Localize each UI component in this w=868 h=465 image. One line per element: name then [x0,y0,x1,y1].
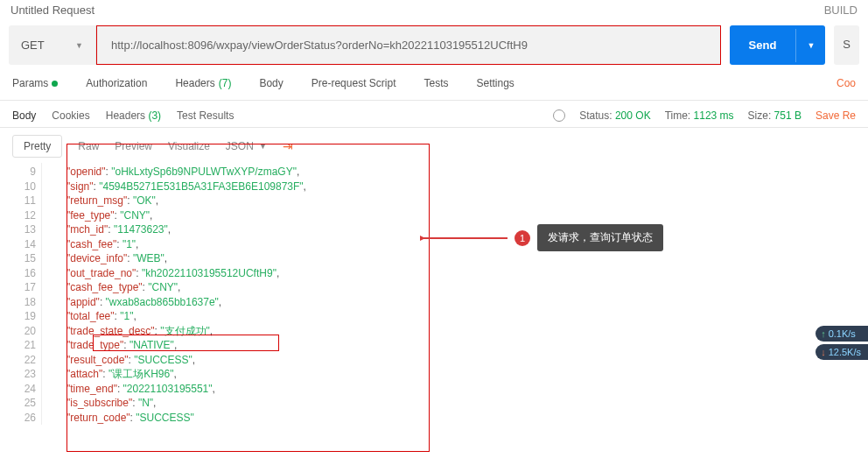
time-label: Time: 1123 ms [665,109,734,122]
request-title: Untitled Request [10,4,94,17]
download-speed: 12.5K/s [816,344,868,360]
send-button[interactable]: Send ▼ [730,25,826,65]
http-method-select[interactable]: GET ▼ [9,25,96,65]
response-body: 91011121314151617181920212223242526 "ope… [0,163,868,425]
url-input[interactable]: http://localhost:8096/wxpay/viewOrderSta… [96,25,721,65]
upload-speed: 0.1K/s [816,326,868,342]
dot-icon [52,81,58,87]
line-gutter: 91011121314151617181920212223242526 [5,163,42,425]
tab-tests[interactable]: Tests [424,77,448,93]
res-tab-cookies[interactable]: Cookies [52,109,89,122]
build-label: BUILD [824,4,858,17]
view-pretty[interactable]: Pretty [12,135,62,158]
res-tab-testresults[interactable]: Test Results [177,109,234,122]
tab-body[interactable]: Body [259,77,283,93]
perf-badges: 0.1K/s 12.5K/s [816,326,868,360]
method-label: GET [21,39,45,52]
status-label: Status: 200 OK [579,109,650,122]
annotation-callout: 1 发请求，查询订单状态 [420,224,663,251]
annotation-number: 1 [514,230,530,246]
tab-authorization[interactable]: Authorization [86,77,147,93]
tab-settings[interactable]: Settings [477,77,514,93]
save-button[interactable]: S [834,25,859,65]
url-bar: GET ▼ http://localhost:8096/wxpay/viewOr… [9,25,721,65]
res-tab-headers[interactable]: Headers (3) [106,109,161,122]
send-label: Send [730,26,796,64]
highlight-box-field [93,335,279,351]
headers-count: (7) [219,77,232,89]
chevron-down-icon[interactable]: ▼ [795,29,825,62]
res-tab-body[interactable]: Body [12,109,36,122]
annotation-text: 发请求，查询订单状态 [537,224,663,251]
cookies-link[interactable]: Coo [836,77,856,93]
highlight-box-outer [66,144,430,452]
size-label: Size: 751 B [748,109,802,122]
tab-params[interactable]: Params [12,77,58,93]
save-response-button[interactable]: Save Re [816,109,856,122]
chevron-down-icon: ▼ [75,41,83,50]
tab-headers[interactable]: Headers (7) [175,77,231,93]
globe-icon[interactable] [553,109,565,122]
tab-prerequest[interactable]: Pre-request Script [312,77,396,93]
